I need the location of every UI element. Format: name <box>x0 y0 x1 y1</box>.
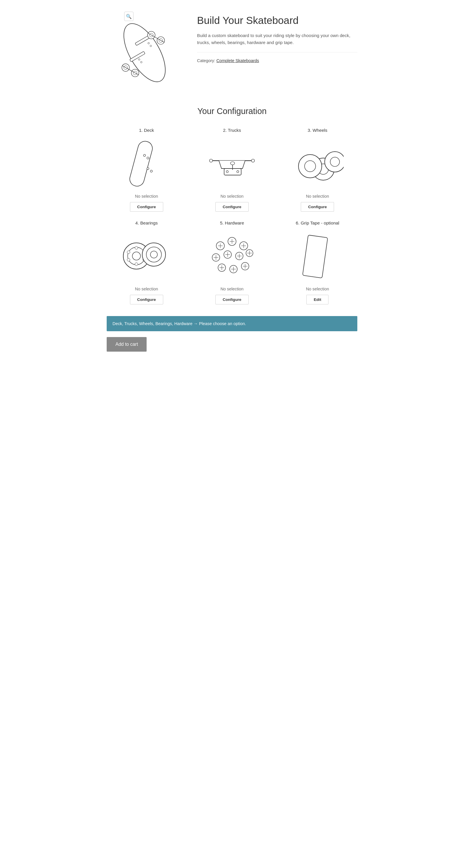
svg-point-18 <box>143 155 145 157</box>
svg-point-43 <box>127 258 130 261</box>
config-item-hardware: 5. Hardware <box>192 220 272 304</box>
svg-point-21 <box>150 170 152 172</box>
trucks-status: No selection <box>220 194 243 198</box>
wheels-configure-button[interactable]: Configure <box>301 202 334 212</box>
product-image <box>107 18 183 88</box>
deck-label: 1. Deck <box>139 128 154 133</box>
zoom-icon[interactable]: 🔍 <box>124 12 133 21</box>
svg-rect-17 <box>128 140 154 188</box>
svg-point-39 <box>135 246 138 249</box>
deck-configure-button[interactable]: Configure <box>130 202 163 212</box>
category-link[interactable]: Complete Skateboards <box>216 58 259 63</box>
hardware-configure-button[interactable]: Configure <box>216 295 248 304</box>
configuration-section: Your Configuration 1. Deck No selection … <box>107 106 357 352</box>
config-item-wheels: 3. Wheels No selection Configure <box>278 128 357 212</box>
add-to-cart-button[interactable]: Add to cart <box>107 337 146 352</box>
svg-point-40 <box>135 263 138 266</box>
bearings-image <box>120 230 173 282</box>
config-item-trucks: 2. Trucks <box>192 128 272 212</box>
grip-tape-image <box>291 230 344 282</box>
notice-bar: Deck, Trucks, Wheels, Bearings, Hardware… <box>107 316 357 331</box>
config-item-deck: 1. Deck No selection Configure <box>107 128 186 212</box>
config-item-bearings: 4. Bearings <box>107 220 186 304</box>
product-category: Category: Complete Skateboards <box>197 58 357 63</box>
trucks-label: 2. Trucks <box>223 128 241 133</box>
svg-point-29 <box>252 159 255 162</box>
hardware-image <box>206 230 258 282</box>
product-title: Build Your Skateboard <box>197 14 357 26</box>
hardware-label: 5. Hardware <box>220 220 244 225</box>
svg-point-27 <box>237 171 239 173</box>
notice-message: Deck, Trucks, Wheels, Bearings, Hardware… <box>112 321 246 326</box>
svg-point-20 <box>147 168 149 170</box>
trucks-image <box>206 137 258 189</box>
hardware-status: No selection <box>220 287 243 291</box>
bearings-configure-button[interactable]: Configure <box>130 295 163 304</box>
wheels-label: 3. Wheels <box>308 128 328 133</box>
grip-tape-edit-button[interactable]: Edit <box>306 295 329 304</box>
svg-point-28 <box>209 159 213 162</box>
svg-point-19 <box>147 157 149 159</box>
config-grid: 1. Deck No selection Configure 2. Trucks <box>107 128 357 304</box>
wheels-status: No selection <box>306 194 329 198</box>
svg-point-35 <box>305 161 316 172</box>
svg-point-41 <box>127 251 130 254</box>
trucks-configure-button[interactable]: Configure <box>216 202 248 212</box>
svg-point-14 <box>140 61 142 63</box>
svg-point-16 <box>150 45 152 47</box>
bearings-status: No selection <box>135 287 158 291</box>
deck-image <box>120 137 173 189</box>
deck-status: No selection <box>135 194 158 198</box>
product-image-section: 🔍 <box>107 12 188 89</box>
svg-point-13 <box>138 59 140 60</box>
product-header: 🔍 Build Your Skateb <box>107 12 357 89</box>
product-description: Build a custom skateboard to suit your r… <box>197 32 357 53</box>
product-info: Build Your Skateboard Build a custom ska… <box>197 12 357 63</box>
svg-point-38 <box>132 252 140 260</box>
category-label: Category: <box>197 58 215 63</box>
grip-tape-status: No selection <box>306 287 329 291</box>
svg-point-33 <box>330 157 339 166</box>
wheels-image <box>291 137 344 189</box>
svg-point-47 <box>151 251 157 258</box>
svg-point-15 <box>148 42 150 44</box>
svg-rect-78 <box>302 235 328 278</box>
grip-tape-label: 6. Grip Tape - optional <box>296 220 339 225</box>
config-title: Your Configuration <box>107 106 357 116</box>
svg-point-26 <box>226 171 228 173</box>
config-item-grip-tape: 6. Grip Tape - optional No selection Edi… <box>278 220 357 304</box>
svg-point-25 <box>231 162 235 165</box>
bearings-label: 4. Bearings <box>135 220 158 225</box>
